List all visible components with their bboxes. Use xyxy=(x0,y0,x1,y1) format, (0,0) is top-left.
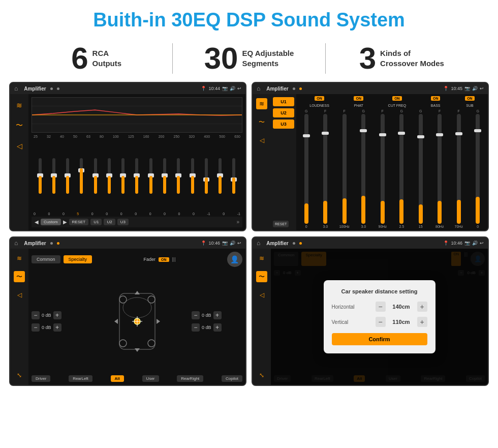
xover-bass-toggle[interactable]: ON xyxy=(431,96,441,101)
xover-u3-button[interactable]: U3 xyxy=(273,120,294,129)
eq-slider-100[interactable] xyxy=(117,158,130,194)
dist-volume-icon: 🔊 xyxy=(472,241,478,246)
fader-minus-btn-3[interactable]: − xyxy=(192,311,200,319)
eq-sliders xyxy=(32,140,242,211)
svg-marker-13 xyxy=(135,291,140,294)
xover-sidebar-wave-icon[interactable]: 〜 xyxy=(256,116,267,128)
eq-next-button[interactable]: ▶ xyxy=(63,219,67,225)
xover-u2-button[interactable]: U2 xyxy=(273,108,294,117)
eq-sidebar-icon-wave[interactable]: 〜 xyxy=(13,120,25,132)
eq-reset-button[interactable]: RESET xyxy=(69,219,89,225)
fader-plus-btn-1[interactable]: + xyxy=(53,311,61,319)
xover-sub-label: SUB xyxy=(466,104,473,107)
xover-cutfreq-toggle[interactable]: ON xyxy=(392,96,402,101)
xover-sidebar-eq-icon[interactable]: ≋ xyxy=(256,98,267,109)
dist-sidebar-speaker-icon[interactable]: ◁ xyxy=(256,289,267,301)
dist-sidebar-eq-icon[interactable]: ≋ xyxy=(256,253,267,264)
eq-home-icon[interactable]: ⌂ xyxy=(14,85,18,92)
eq-sidebar-icon-speaker[interactable]: ◁ xyxy=(13,140,25,152)
dist-home-icon[interactable]: ⌂ xyxy=(257,240,260,247)
eq-slider-125[interactable] xyxy=(131,158,143,194)
dialog-horizontal-control: − 140cm + xyxy=(376,302,427,312)
fader-rearleft-button[interactable]: RearLeft xyxy=(69,375,92,382)
dist-content: Common Specialty ON ||| 👤 − 0 dB + − 0 d… xyxy=(271,249,488,385)
dialog-confirm-button[interactable]: Confirm xyxy=(332,333,427,345)
fader-specialty-tab[interactable]: Specialty xyxy=(64,255,92,263)
fader-sidebar-arrows-icon[interactable]: ⤡ xyxy=(14,370,25,381)
stat-eq: 30 EQ Adjustable Segments xyxy=(183,43,315,74)
eq-slider-160[interactable] xyxy=(144,158,157,194)
eq-slider-320[interactable] xyxy=(186,158,199,194)
fader-tab-bar: Common Specialty Fader ON ||| 👤 xyxy=(32,252,242,267)
eq-slider-500[interactable] xyxy=(213,158,226,194)
eq-slider-80[interactable] xyxy=(103,158,115,194)
eq-u2-button[interactable]: U2 xyxy=(104,219,115,225)
eq-slider-50[interactable] xyxy=(75,158,88,194)
xover-home-icon[interactable]: ⌂ xyxy=(257,85,260,92)
eq-time: 10:44 xyxy=(208,86,220,91)
eq-prev-button[interactable]: ◀ xyxy=(35,219,39,225)
fader-camera-icon: 📷 xyxy=(222,241,228,246)
xover-sidebar-speaker-icon[interactable]: ◁ xyxy=(256,135,267,146)
fader-plus-btn-2[interactable]: + xyxy=(53,323,61,332)
eq-slider-25[interactable] xyxy=(34,158,46,194)
fader-screen-title: Amplifier xyxy=(24,241,46,246)
eq-graph xyxy=(32,97,242,133)
dist-sidebar-wave-icon[interactable]: 〜 xyxy=(256,271,267,282)
eq-slider-63[interactable] xyxy=(89,158,102,194)
xover-reset-button[interactable]: RESET xyxy=(273,221,289,227)
stat-eq-text: EQ Adjustable Segments xyxy=(242,43,294,68)
eq-back-icon[interactable]: ↩ xyxy=(237,86,241,91)
fader-sidebar-eq-icon[interactable]: ≋ xyxy=(14,253,25,264)
xover-phat-toggle[interactable]: ON xyxy=(354,96,363,101)
fader-home-icon[interactable]: ⌂ xyxy=(14,240,18,247)
eq-more-icon[interactable]: » xyxy=(236,219,239,225)
stat-rca: 6 RCA Outputs xyxy=(30,43,162,74)
fader-copilot-button[interactable]: Copilot xyxy=(222,375,242,382)
fader-profile-icon[interactable]: 👤 xyxy=(227,252,242,267)
fader-user-button[interactable]: User xyxy=(142,375,159,382)
fader-all-button[interactable]: All xyxy=(111,375,124,382)
stat-crossover-text: Kinds of Crossover Modes xyxy=(380,43,444,68)
xover-back-icon[interactable]: ↩ xyxy=(480,86,484,91)
xover-loudness-toggle[interactable]: ON xyxy=(315,96,324,101)
fader-back-icon[interactable]: ↩ xyxy=(237,241,241,246)
eq-sidebar-icon-equalizer[interactable]: ≋ xyxy=(13,99,25,111)
fader-sidebar-wave-icon[interactable]: 〜 xyxy=(14,271,25,282)
eq-slider-630[interactable] xyxy=(228,158,240,194)
fader-toggle[interactable]: ON xyxy=(159,257,169,262)
dist-dot1 xyxy=(293,242,295,245)
fader-minus-btn-2[interactable]: − xyxy=(32,323,40,332)
fader-common-tab[interactable]: Common xyxy=(32,255,60,263)
eq-slider-32[interactable] xyxy=(47,158,60,194)
fader-sidebar-speaker-icon[interactable]: ◁ xyxy=(14,289,25,301)
fader-minus-btn-1[interactable]: − xyxy=(32,311,40,319)
fader-db-control-4: − 0 dB + xyxy=(192,323,242,332)
main-title: Buith-in 30EQ DSP Sound System xyxy=(0,0,498,36)
crossover-screen: ⌂ Amplifier 📍 10:45 📷 🔊 ↩ ≋ 〜 ◁ U1 U2 U3 xyxy=(252,82,489,231)
eq-slider-250[interactable] xyxy=(172,158,185,194)
fader-plus-btn-4[interactable]: + xyxy=(213,323,222,332)
fader-driver-button[interactable]: Driver xyxy=(32,375,50,382)
dist-sidebar-arrows-icon[interactable]: ⤡ xyxy=(256,370,267,381)
stat-crossover: 3 Kinds of Crossover Modes xyxy=(336,43,468,74)
dialog-vertical-plus[interactable]: + xyxy=(417,317,427,327)
fader-plus-btn-3[interactable]: + xyxy=(213,311,222,319)
dist-back-icon[interactable]: ↩ xyxy=(480,241,484,246)
dialog-vertical-minus[interactable]: − xyxy=(376,317,386,327)
svg-marker-15 xyxy=(114,319,118,324)
eq-slider-400[interactable] xyxy=(200,158,212,194)
eq-slider-40[interactable] xyxy=(61,158,74,194)
fader-rearright-button[interactable]: RearRight xyxy=(177,375,203,382)
xover-u1-button[interactable]: U1 xyxy=(273,97,294,106)
dialog-horizontal-plus[interactable]: + xyxy=(417,302,427,312)
eq-u1-button[interactable]: U1 xyxy=(90,219,102,225)
eq-u3-button[interactable]: U3 xyxy=(117,219,129,225)
fader-left-controls: − 0 dB + − 0 dB + xyxy=(32,270,82,372)
dialog-horizontal-minus[interactable]: − xyxy=(376,302,386,312)
eq-custom-button[interactable]: Custom xyxy=(41,219,61,225)
fader-minus-btn-4[interactable]: − xyxy=(192,323,200,332)
fader-db-val-1: 0 dB xyxy=(42,313,51,318)
xover-sub-toggle[interactable]: ON xyxy=(465,96,475,101)
eq-slider-200[interactable] xyxy=(158,158,171,194)
